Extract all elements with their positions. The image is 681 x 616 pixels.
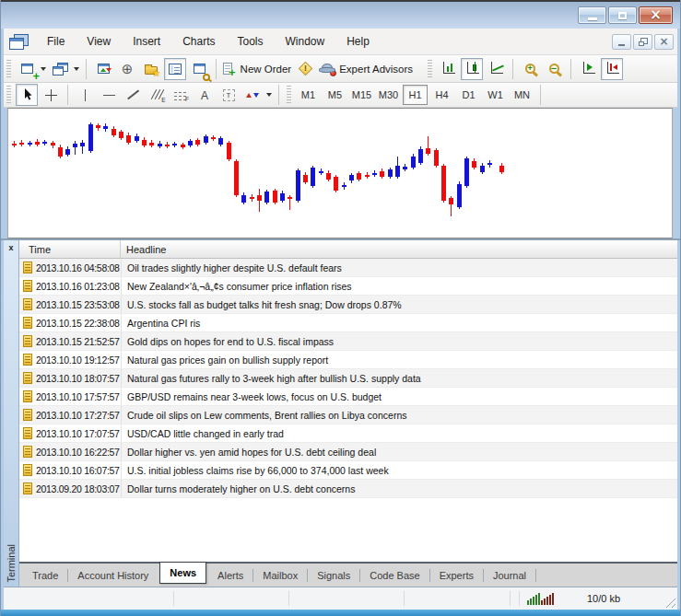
connection-status-icon xyxy=(527,592,554,605)
tab-mailbox[interactable]: Mailbox xyxy=(253,566,307,585)
mdi-close-button[interactable] xyxy=(654,34,674,50)
toolbar-grip[interactable] xyxy=(287,86,291,104)
fibonacci-icon xyxy=(174,89,187,100)
column-header-time[interactable]: Time xyxy=(19,240,121,258)
news-headline: Natural gas futures rally to 3-week high… xyxy=(121,369,677,387)
tab-alerts[interactable]: Alerts xyxy=(208,566,252,585)
equidistant-channel-button[interactable] xyxy=(146,84,168,106)
expert-advisors-button[interactable]: Expert Advisors xyxy=(318,58,414,80)
news-row[interactable]: 2013.09.20 18:03:07 Dollar turns moderat… xyxy=(19,480,677,498)
news-row[interactable]: 2013.10.10 17:57:57 GBP/USD remains near… xyxy=(19,388,677,406)
news-headline: Oil trades slightly higher despite U.S. … xyxy=(121,259,677,276)
candlestick-mode-button[interactable] xyxy=(461,58,483,80)
timeframe-d1[interactable]: D1 xyxy=(456,85,481,105)
new-order-button[interactable]: New Order xyxy=(222,58,292,80)
new-chart-dropdown-caret[interactable] xyxy=(39,59,48,79)
news-row[interactable]: 2013.10.15 21:52:57 Gold dips on hopes f… xyxy=(19,332,677,351)
tab-news[interactable]: News xyxy=(159,562,206,584)
news-row[interactable]: 2013.10.15 23:53:08 U.S. stocks fall as … xyxy=(19,296,677,314)
news-row[interactable]: 2013.10.10 18:07:57 Natural gas futures … xyxy=(19,369,677,388)
auto-scroll-button[interactable] xyxy=(577,58,599,80)
mdi-window-controls xyxy=(612,34,674,50)
toolbar-grip[interactable] xyxy=(428,60,432,78)
profiles-icon xyxy=(53,63,68,76)
app-icon[interactable] xyxy=(9,34,28,49)
timeframe-m5[interactable]: M5 xyxy=(323,85,347,105)
news-row[interactable]: 2013.10.15 22:38:08 Argentina CPI ris xyxy=(19,314,677,332)
timeframe-h4[interactable]: H4 xyxy=(429,85,454,105)
column-header-headline[interactable]: Headline xyxy=(121,240,677,258)
menu-file[interactable]: File xyxy=(36,30,76,52)
news-time: 2013.10.10 16:22:57 xyxy=(36,447,120,458)
metaeditor-button[interactable] xyxy=(294,58,316,80)
news-row[interactable]: 2013.10.10 17:27:57 Crude oil slips on L… xyxy=(19,406,677,424)
news-row[interactable]: 2013.10.16 04:58:08 Oil trades slightly … xyxy=(19,259,677,277)
vertical-line-button[interactable] xyxy=(74,84,96,106)
terminal-icon xyxy=(169,64,182,75)
cursor-button[interactable] xyxy=(16,84,38,106)
news-row[interactable]: 2013.10.10 16:07:57 U.S. initial jobless… xyxy=(19,461,677,480)
arrows-dropdown-caret[interactable] xyxy=(264,85,274,105)
toolbar-grip[interactable] xyxy=(6,60,11,78)
mdi-minimize-button[interactable] xyxy=(612,34,631,50)
market-watch-button[interactable] xyxy=(92,58,114,80)
strategy-tester-button[interactable] xyxy=(188,58,210,80)
news-row[interactable]: 2013.10.10 19:12:57 Natural gas prices g… xyxy=(19,351,677,369)
timeframe-mn[interactable]: MN xyxy=(510,85,534,105)
chart-shift-button[interactable] xyxy=(601,58,623,80)
news-time: 2013.10.16 01:23:08 xyxy=(36,281,120,292)
trend-line-button[interactable] xyxy=(122,84,144,106)
menu-view[interactable]: View xyxy=(76,30,122,52)
profiles-button[interactable] xyxy=(49,58,71,80)
menu-window[interactable]: Window xyxy=(275,30,336,52)
crosshair-button[interactable] xyxy=(40,84,62,106)
tab-account-history[interactable]: Account History xyxy=(68,566,158,585)
zoom-out-button[interactable] xyxy=(543,58,565,80)
toolbar-grip[interactable] xyxy=(6,86,11,104)
news-time: 2013.10.15 21:52:57 xyxy=(36,336,120,347)
tab-trade[interactable]: Trade xyxy=(23,566,67,585)
bar-chart-mode-button[interactable] xyxy=(437,58,459,80)
timeframe-h1[interactable]: H1 xyxy=(403,85,428,105)
news-list: Time Headline 2013.10.16 04:58:08 Oil tr… xyxy=(19,240,677,562)
line-chart-mode-button[interactable] xyxy=(485,58,507,80)
new-chart-button[interactable] xyxy=(16,58,38,80)
tab-code-base[interactable]: Code Base xyxy=(360,566,429,585)
horizontal-line-button[interactable] xyxy=(98,84,120,106)
arrows-button[interactable] xyxy=(241,84,264,106)
terminal-button[interactable] xyxy=(164,58,186,80)
market-watch-icon xyxy=(98,64,110,74)
terminal-close-button[interactable] xyxy=(4,242,18,254)
close-button[interactable] xyxy=(639,6,673,24)
navigator-button[interactable] xyxy=(140,58,162,80)
toolbar-separator xyxy=(540,85,541,105)
timeframe-m1[interactable]: M1 xyxy=(296,85,321,105)
fibonacci-button[interactable] xyxy=(170,84,192,106)
menu-help[interactable]: Help xyxy=(335,30,381,52)
text-button[interactable] xyxy=(194,84,216,106)
menu-charts[interactable]: Charts xyxy=(171,30,226,52)
maximize-button[interactable] xyxy=(608,6,637,24)
timeframe-w1[interactable]: W1 xyxy=(483,85,508,105)
tab-signals[interactable]: Signals xyxy=(308,566,359,585)
profiles-dropdown-caret[interactable] xyxy=(72,59,81,79)
menu-tools[interactable]: Tools xyxy=(227,30,275,52)
news-row[interactable]: 2013.10.10 16:22:57 Dollar higher vs. ye… xyxy=(19,443,677,461)
timeframe-m15[interactable]: M15 xyxy=(349,85,374,105)
menu-insert[interactable]: Insert xyxy=(122,30,171,52)
candlestick-chart[interactable] xyxy=(7,108,673,238)
timeframe-m30[interactable]: M30 xyxy=(376,85,401,105)
news-row[interactable]: 2013.10.16 01:23:08 New Zealand×'â‚¬â„¢s… xyxy=(19,277,677,296)
text-label-button[interactable] xyxy=(217,84,240,106)
data-window-button[interactable] xyxy=(116,58,138,80)
toolbar-separator xyxy=(216,59,217,79)
tab-journal[interactable]: Journal xyxy=(484,566,535,585)
tab-experts[interactable]: Experts xyxy=(430,566,483,585)
minimize-button[interactable] xyxy=(578,6,606,24)
menu-bar: File View Insert Charts Tools Window Hel… xyxy=(4,29,677,55)
zoom-in-button[interactable] xyxy=(519,58,541,80)
expert-advisors-label: Expert Advisors xyxy=(339,64,413,75)
mdi-restore-button[interactable] xyxy=(633,34,652,50)
title-bar[interactable] xyxy=(1,2,680,29)
news-row[interactable]: 2013.10.10 17:07:57 USD/CAD little chang… xyxy=(19,424,677,443)
